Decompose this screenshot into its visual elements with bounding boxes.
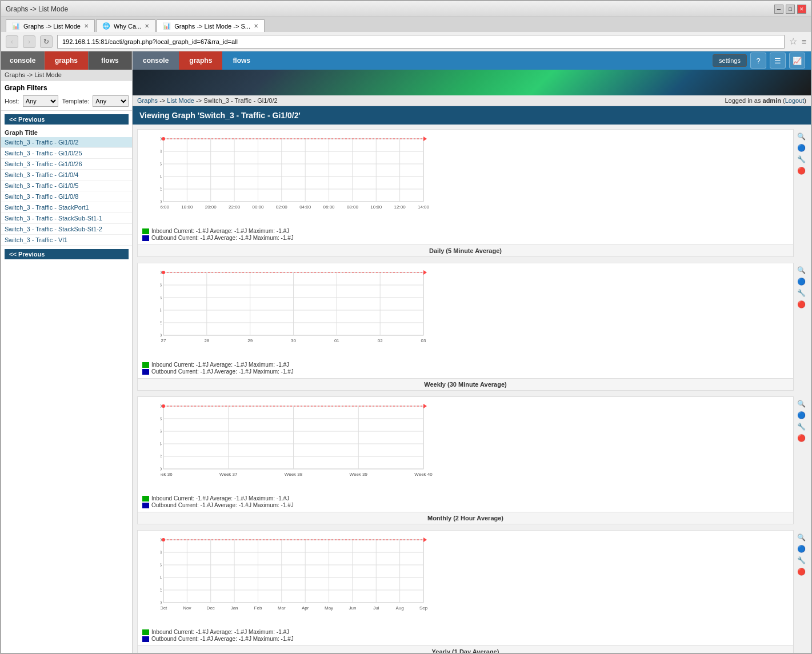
window-controls: ─ □ ✕ bbox=[774, 5, 806, 14]
breadcrumb-text: Graphs -> List Mode -> Switch_3 - Traffi… bbox=[137, 97, 278, 104]
graph-list-item[interactable]: Switch_3 - Traffic - Gi1/0/25 bbox=[1, 148, 132, 159]
back-button[interactable]: ‹ bbox=[6, 35, 18, 48]
content-console-btn[interactable]: console bbox=[133, 51, 179, 70]
legend-row: Outbound Current: -1.#J Average: -1.#J M… bbox=[142, 368, 789, 375]
info-icon[interactable]: 🔵 bbox=[796, 410, 806, 420]
graph-list-item[interactable]: Switch_3 - Traffic - Gi1/0/5 bbox=[1, 180, 132, 191]
svg-text:02: 02 bbox=[378, 338, 383, 343]
svg-text:0.0: 0.0 bbox=[161, 199, 162, 204]
svg-text:0.0: 0.0 bbox=[161, 466, 162, 472]
delete-icon[interactable]: 🔴 bbox=[796, 433, 806, 443]
svg-text:10:00: 10:00 bbox=[370, 204, 382, 210]
legend-row: Inbound Current: -1.#J Average: -1.#J Ma… bbox=[142, 629, 789, 635]
svg-text:20:00: 20:00 bbox=[205, 204, 217, 210]
graph-list-item[interactable]: Switch_3 - Traffic - StackPort1 bbox=[1, 202, 132, 213]
bookmark-icon[interactable]: ☆ bbox=[789, 36, 797, 47]
info-icon[interactable]: 🔵 bbox=[796, 143, 806, 153]
sidebar-console-btn[interactable]: console bbox=[1, 51, 45, 70]
svg-text:27: 27 bbox=[161, 338, 166, 343]
graph-legend-1: Inbound Current: -1.#J Average: -1.#J Ma… bbox=[138, 360, 793, 378]
wrench-icon[interactable]: 🔧 bbox=[796, 422, 806, 432]
tab-0-close[interactable]: ✕ bbox=[84, 23, 89, 29]
svg-text:Jul: Jul bbox=[373, 605, 379, 611]
prev-button[interactable]: << Previous bbox=[5, 114, 129, 125]
tab-1-close[interactable]: ✕ bbox=[145, 23, 149, 29]
svg-text:12:00: 12:00 bbox=[394, 204, 406, 210]
zoom-icon[interactable]: 🔍 bbox=[796, 265, 806, 275]
forward-button[interactable]: › bbox=[23, 35, 35, 48]
tab-2-close[interactable]: ✕ bbox=[254, 23, 258, 29]
graph-footer-1: Weekly (30 Minute Average) bbox=[138, 378, 793, 390]
tab-2[interactable]: 📊 Graphs -> List Mode -> S... ✕ bbox=[157, 19, 265, 32]
zoom-icon[interactable]: 🔍 bbox=[796, 131, 806, 142]
legend-row: Inbound Current: -1.#J Average: -1.#J Ma… bbox=[142, 495, 789, 501]
svg-text:0.0: 0.0 bbox=[161, 600, 162, 605]
delete-icon[interactable]: 🔴 bbox=[796, 299, 806, 310]
svg-text:0.6: 0.6 bbox=[161, 295, 162, 300]
menu-icon[interactable]: ≡ bbox=[802, 37, 806, 46]
info-icon[interactable]: 🔵 bbox=[796, 276, 806, 287]
svg-text:May: May bbox=[325, 605, 333, 611]
list-icon[interactable]: ☰ bbox=[770, 53, 786, 69]
graphs-scroll-area[interactable]: 1.00.80.60.40.20.016:0018:0020:0022:0000… bbox=[133, 125, 811, 653]
svg-marker-38 bbox=[423, 137, 427, 141]
breadcrumb-list-mode[interactable]: List Mode bbox=[167, 97, 194, 104]
svg-text:Dec: Dec bbox=[207, 605, 215, 611]
help-icon[interactable]: ? bbox=[750, 53, 766, 69]
settings-button[interactable]: settings bbox=[713, 54, 747, 67]
breadcrumb-graphs[interactable]: Graphs bbox=[137, 97, 158, 104]
address-bar[interactable] bbox=[57, 35, 785, 49]
svg-text:16:00: 16:00 bbox=[161, 204, 170, 210]
sidebar-flows-btn[interactable]: flows bbox=[89, 51, 132, 70]
graph-icons-2: 🔍🔵🔧🔴 bbox=[796, 396, 806, 443]
maximize-button[interactable]: □ bbox=[786, 5, 795, 14]
chart-icon[interactable]: 📈 bbox=[789, 53, 805, 69]
sidebar-graphs-btn[interactable]: graphs bbox=[45, 51, 88, 70]
content-graphs-btn[interactable]: graphs bbox=[179, 51, 222, 70]
graph-list-item[interactable]: Switch_3 - Traffic - Vl1 bbox=[1, 235, 132, 246]
logout-link[interactable]: Logout bbox=[785, 97, 805, 104]
zoom-icon[interactable]: 🔍 bbox=[796, 532, 806, 543]
wrench-icon[interactable]: 🔧 bbox=[796, 555, 806, 565]
graph-panel-1: 1.00.80.60.40.20.027282930010203bits per… bbox=[137, 263, 794, 391]
svg-marker-96 bbox=[423, 404, 427, 408]
prev-button-2[interactable]: << Previous bbox=[5, 249, 129, 259]
svg-text:Jun: Jun bbox=[349, 605, 356, 611]
svg-text:0.2: 0.2 bbox=[161, 320, 162, 326]
template-select[interactable]: Any bbox=[93, 95, 129, 107]
zoom-icon[interactable]: 🔍 bbox=[796, 399, 806, 409]
graph-icons-1: 🔍🔵🔧🔴 bbox=[796, 263, 806, 310]
legend-color bbox=[142, 362, 149, 368]
graph-list-item[interactable]: Switch_3 - Traffic - Gi1/0/4 bbox=[1, 170, 132, 180]
graph-list-item[interactable]: Switch_3 - Traffic - Gi1/0/8 bbox=[1, 191, 132, 202]
svg-text:30: 30 bbox=[291, 338, 296, 343]
graph-title-header: Graph Title bbox=[1, 128, 132, 137]
graph-list-item[interactable]: Switch_3 - Traffic - StackSub-St1-1 bbox=[1, 213, 132, 224]
svg-text:00:00: 00:00 bbox=[252, 204, 264, 210]
legend-text: Inbound Current: -1.#J Average: -1.#J Ma… bbox=[151, 362, 289, 368]
wrench-icon[interactable]: 🔧 bbox=[796, 154, 806, 164]
tab-1[interactable]: 🌐 Why Ca... ✕ bbox=[96, 19, 155, 32]
legend-color bbox=[142, 503, 149, 508]
content-flows-btn[interactable]: flows bbox=[222, 51, 261, 70]
svg-text:0.4: 0.4 bbox=[161, 307, 162, 313]
svg-text:0.8: 0.8 bbox=[161, 416, 162, 422]
viewing-graph-header: Viewing Graph 'Switch_3 - Traffic - Gi1/… bbox=[133, 106, 811, 125]
svg-text:0.0: 0.0 bbox=[161, 332, 162, 338]
reload-button[interactable]: ↻ bbox=[40, 35, 53, 48]
host-select[interactable]: Any bbox=[23, 95, 59, 107]
minimize-button[interactable]: ─ bbox=[774, 5, 783, 14]
legend-row: Inbound Current: -1.#J Average: -1.#J Ma… bbox=[142, 362, 789, 368]
graph-list-item[interactable]: Switch_3 - Traffic - Gi1/0/26 bbox=[1, 159, 132, 170]
graph-list-item[interactable]: Switch_3 - Traffic - Gi1/0/2 bbox=[1, 137, 132, 148]
graph-svg-0: 1.00.80.60.40.20.016:0018:0020:0022:0000… bbox=[161, 133, 793, 224]
info-icon[interactable]: 🔵 bbox=[796, 544, 806, 554]
svg-text:Jan: Jan bbox=[231, 605, 238, 611]
graph-icons-3: 🔍🔵🔧🔴 bbox=[796, 530, 806, 577]
close-button[interactable]: ✕ bbox=[797, 5, 806, 14]
tab-0[interactable]: 📊 Graphs -> List Mode ✕ bbox=[6, 19, 95, 32]
delete-icon[interactable]: 🔴 bbox=[796, 166, 806, 176]
graph-list-item[interactable]: Switch_3 - Traffic - StackSub-St1-2 bbox=[1, 224, 132, 235]
wrench-icon[interactable]: 🔧 bbox=[796, 288, 806, 298]
delete-icon[interactable]: 🔴 bbox=[796, 567, 806, 577]
